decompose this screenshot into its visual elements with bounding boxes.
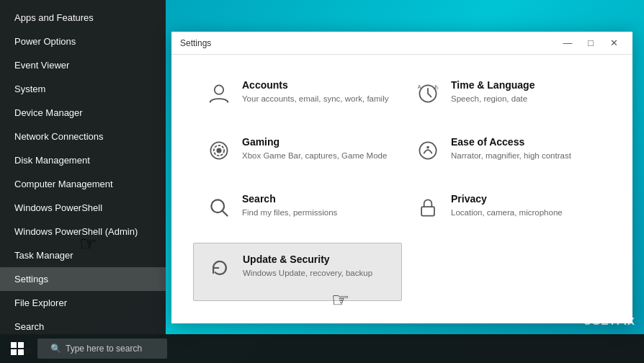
- update-icon: [205, 254, 234, 282]
- settings-item-desc-ease-of-access: Narrator, magnifier, high contrast: [451, 150, 571, 161]
- menu-item-settings[interactable]: Settings: [0, 267, 166, 291]
- minimize-button[interactable]: —: [558, 35, 578, 51]
- menu-item-apps-features[interactable]: Apps and Features: [0, 6, 166, 30]
- start-menu: Apps and FeaturesPower OptionsEvent View…: [0, 0, 166, 334]
- svg-point-6: [216, 148, 221, 153]
- gaming-icon: [205, 136, 233, 165]
- menu-item-label-file-explorer: File Explorer: [14, 297, 67, 308]
- svg-point-0: [215, 85, 223, 94]
- menu-item-label-event-viewer: Event Viewer: [14, 60, 69, 71]
- menu-item-label-apps-features: Apps and Features: [14, 12, 94, 23]
- settings-item-desc-privacy: Location, camera, microphone: [451, 207, 563, 218]
- settings-item-title-search: Search: [242, 193, 337, 205]
- menu-item-label-task-manager: Task Manager: [14, 250, 73, 261]
- menu-item-device-manager[interactable]: Device Manager: [0, 101, 166, 125]
- settings-item-text-update-security: Update & SecurityWindows Update, recover…: [243, 254, 372, 279]
- taskbar-search-label: Type here to search: [66, 344, 142, 354]
- window-title: Settings: [180, 38, 211, 48]
- search-icon: [205, 193, 233, 222]
- menu-item-file-explorer[interactable]: File Explorer: [0, 291, 166, 315]
- settings-item-update-security[interactable]: Update & SecurityWindows Update, recover…: [193, 243, 402, 301]
- svg-rect-15: [18, 349, 24, 355]
- settings-grid: AccountsYour accounts, email, sync, work…: [171, 55, 632, 323]
- taskbar-search[interactable]: 🔍 Type here to search: [37, 339, 167, 359]
- settings-item-title-privacy: Privacy: [451, 193, 563, 205]
- taskbar-search-icon: 🔍: [50, 344, 61, 354]
- settings-item-search[interactable]: SearchFind my files, permissions: [193, 183, 402, 240]
- settings-item-desc-update-security: Windows Update, recovery, backup: [243, 267, 372, 279]
- windows-logo-icon: [11, 342, 24, 355]
- svg-line-10: [222, 210, 227, 215]
- settings-item-desc-gaming: Xbox Game Bar, captures, Game Mode: [242, 150, 387, 161]
- title-bar-controls: — □ ✕: [558, 35, 624, 51]
- settings-item-accounts[interactable]: AccountsYour accounts, email, sync, work…: [193, 69, 402, 126]
- person-icon: [205, 79, 233, 108]
- settings-item-text-time-language: Time & LanguageSpeech, region, date: [451, 79, 535, 104]
- taskbar: 🔍 Type here to search: [0, 334, 644, 363]
- settings-item-title-ease-of-access: Ease of Access: [451, 136, 571, 148]
- settings-item-text-ease-of-access: Ease of AccessNarrator, magnifier, high …: [451, 136, 571, 161]
- svg-text:A: A: [418, 84, 421, 90]
- menu-item-computer-management[interactable]: Computer Management: [0, 172, 166, 196]
- start-button[interactable]: [0, 334, 35, 363]
- settings-item-privacy[interactable]: PrivacyLocation, camera, microphone: [402, 183, 611, 240]
- settings-item-text-gaming: GamingXbox Game Bar, captures, Game Mode: [242, 136, 387, 161]
- settings-window: Settings — □ ✕ AccountsYour accounts, em…: [171, 32, 632, 323]
- svg-rect-11: [421, 207, 434, 215]
- menu-item-disk-management[interactable]: Disk Management: [0, 148, 166, 172]
- settings-item-desc-accounts: Your accounts, email, sync, work, family: [242, 93, 388, 104]
- settings-item-title-gaming: Gaming: [242, 136, 387, 148]
- settings-item-text-privacy: PrivacyLocation, camera, microphone: [451, 193, 563, 218]
- svg-point-8: [426, 146, 429, 149]
- svg-text:あ: あ: [434, 84, 439, 90]
- svg-rect-12: [11, 342, 17, 348]
- settings-item-desc-time-language: Speech, region, date: [451, 93, 535, 104]
- menu-item-event-viewer[interactable]: Event Viewer: [0, 53, 166, 77]
- menu-item-label-device-manager: Device Manager: [14, 107, 83, 118]
- settings-item-text-search: SearchFind my files, permissions: [242, 193, 337, 218]
- menu-item-label-system: System: [14, 84, 45, 94]
- settings-item-gaming[interactable]: GamingXbox Game Bar, captures, Game Mode: [193, 126, 402, 183]
- time-icon: A あ: [413, 79, 442, 108]
- menu-item-network-connections[interactable]: Network Connections: [0, 125, 166, 148]
- menu-item-label-settings: Settings: [14, 274, 48, 284]
- menu-item-system[interactable]: System: [0, 77, 166, 101]
- menu-item-label-windows-powershell: Windows PowerShell: [14, 202, 102, 213]
- menu-item-windows-powershell-admin[interactable]: Windows PowerShell (Admin): [0, 220, 166, 243]
- menu-item-power-options[interactable]: Power Options: [0, 30, 166, 53]
- menu-item-label-network-connections: Network Connections: [14, 131, 104, 142]
- menu-item-label-windows-powershell-admin: Windows PowerShell (Admin): [14, 226, 138, 237]
- svg-rect-13: [18, 342, 24, 348]
- svg-rect-14: [11, 349, 17, 355]
- close-button[interactable]: ✕: [604, 35, 624, 51]
- settings-item-title-accounts: Accounts: [242, 79, 388, 91]
- settings-item-title-update-security: Update & Security: [243, 254, 372, 265]
- settings-item-title-time-language: Time & Language: [451, 79, 535, 91]
- privacy-icon: [413, 193, 442, 222]
- title-bar: Settings — □ ✕: [171, 32, 632, 55]
- menu-item-windows-powershell[interactable]: Windows PowerShell: [0, 196, 166, 220]
- menu-item-task-manager[interactable]: Task Manager: [0, 243, 166, 267]
- menu-item-label-power-options: Power Options: [14, 36, 76, 47]
- settings-item-text-accounts: AccountsYour accounts, email, sync, work…: [242, 79, 388, 104]
- settings-item-desc-search: Find my files, permissions: [242, 207, 337, 218]
- menu-item-label-computer-management: Computer Management: [14, 179, 113, 189]
- menu-item-label-disk-management: Disk Management: [14, 155, 90, 166]
- maximize-button[interactable]: □: [581, 35, 601, 51]
- ease-icon: [413, 136, 442, 165]
- settings-item-time-language[interactable]: A あ Time & LanguageSpeech, region, date: [402, 69, 611, 126]
- settings-item-ease-of-access[interactable]: Ease of AccessNarrator, magnifier, high …: [402, 126, 611, 183]
- menu-item-label-search: Search: [14, 321, 44, 332]
